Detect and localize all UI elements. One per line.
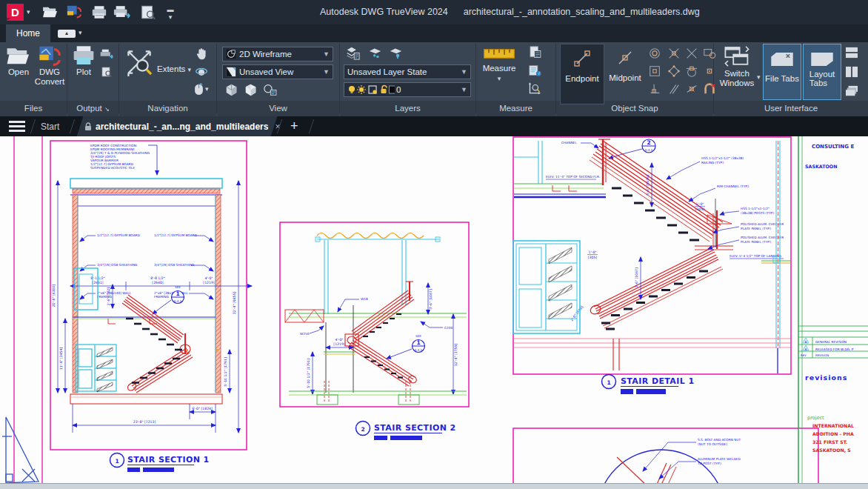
roof-assembly [70, 179, 222, 206]
osnap-intersection-button[interactable] [667, 46, 681, 61]
properties-button[interactable]: i [527, 63, 542, 78]
qat-preview-button[interactable] [139, 4, 157, 19]
sheet-border-lines [14, 136, 42, 484]
autodesk-app-logo[interactable]: D [7, 4, 24, 21]
file-tabs-toggle[interactable]: File Tabs [763, 44, 801, 100]
svg-text:3/4"[19] OSB SHEATHING: 3/4"[19] OSB SHEATHING [154, 263, 194, 267]
batch-plot-button[interactable] [99, 47, 114, 61]
current-layer-dropdown[interactable]: 0▼ [344, 82, 471, 97]
layout-tabs-toggle[interactable]: LayoutTabs [803, 44, 841, 100]
preview-button[interactable] [99, 64, 114, 79]
named-view-dropdown[interactable]: Unsaved View▼ [222, 64, 333, 79]
ground-floor [289, 381, 467, 405]
mouse-settings-button[interactable] [191, 82, 206, 96]
new-tab-button[interactable]: + [290, 117, 298, 136]
viewport-title-1: 1 STAIR SECTION 1 [110, 453, 210, 473]
right-wall [761, 141, 791, 348]
tile-horizontal-button[interactable] [844, 45, 859, 60]
svg-text:4'-0": 4'-0" [205, 276, 213, 280]
preview-icon [140, 5, 156, 19]
osnap-parallel-button[interactable] [667, 82, 681, 96]
orbit-button[interactable] [194, 64, 209, 79]
insertion-snap-icon [648, 64, 661, 78]
osnap-midpoint-button[interactable]: Midpoint [604, 44, 646, 103]
tab-document[interactable]: architectural_-_an...ng_and_multileaders… [84, 116, 280, 136]
svg-text:POLISHED ALUM. CHECKER: POLISHED ALUM. CHECKER [741, 236, 784, 239]
layer-off-button[interactable] [367, 45, 382, 60]
ribbon-display-toggle[interactable]: ▴ [58, 30, 76, 38]
panel-label-ui: User Interface [714, 101, 868, 116]
osnap-toggle-button[interactable] [702, 82, 717, 96]
sun-icon [359, 87, 364, 92]
switch-windows-caret[interactable]: ▾ [757, 73, 761, 81]
osnap-insertion-button[interactable] [647, 64, 662, 79]
osnap-nearest-button[interactable] [684, 82, 699, 96]
node-snap-icon [703, 64, 716, 78]
midpoint-icon [615, 48, 635, 67]
svg-text:ELEV. 11'-4" TOP OF SECOND FLR: ELEV. 11'-4" TOP OF SECOND FLR. [546, 175, 600, 179]
layer-off-icon [368, 47, 382, 59]
tile-vertical-button[interactable] [844, 64, 859, 79]
switch-windows-button[interactable]: SwitchWindows [715, 45, 758, 88]
viewport-stair-section-2: W18 W250 [280, 222, 469, 440]
osnap-apparent-intersection-button[interactable] [684, 46, 699, 61]
svg-text:1/2"[12.7] GYPSUM BOARD: 1/2"[12.7] GYPSUM BOARD [154, 233, 198, 237]
tab-start[interactable]: Start [41, 116, 59, 136]
qat-print-button[interactable] [90, 4, 108, 19]
drawing-canvas[interactable]: EPDM ROOF CONSTRUCTION: EPDM ROOFING MEM… [0, 136, 868, 489]
stair-treads [363, 314, 403, 378]
osnap-center-button[interactable] [647, 46, 662, 61]
upper-floor-left: ELEV. 11'-4" TOP OF SECOND FLR. [514, 141, 606, 197]
quick-properties-button[interactable] [527, 45, 542, 60]
isometric-view-button[interactable] [224, 82, 238, 97]
svg-text:TO POST (TYP.): TO POST (TYP.) [697, 462, 721, 465]
plot-button[interactable]: Plot [70, 45, 98, 77]
measure-button[interactable]: Measure▾ [480, 48, 518, 84]
qat-open-button[interactable] [41, 4, 59, 19]
osnap-perpendicular-button[interactable] [647, 82, 662, 96]
cascade-button[interactable] [844, 84, 859, 99]
panel-label-navigation: Navigation [119, 101, 216, 116]
roof-notes: EPDM ROOF CONSTRUCTION: EPDM ROOFING MEM… [90, 144, 157, 175]
dwg-convert-button[interactable]: DWGConvert [33, 45, 66, 87]
svg-text:B: B [804, 340, 807, 344]
svg-text:ADDITION - PHA: ADDITION - PHA [812, 431, 854, 436]
qat-customize-caret[interactable]: ▬▾ [164, 6, 176, 18]
osnap-tangent-button[interactable] [684, 64, 699, 79]
plot-setup-icon [66, 4, 82, 19]
mouse-settings-caret[interactable]: ▾ [205, 85, 209, 93]
zoom-extents-button[interactable] [123, 48, 156, 76]
ribbon-display-caret[interactable]: ▾ [79, 29, 82, 36]
viewport-stair-section-1: EPDM ROOF CONSTRUCTION: EPDM ROOFING MEM… [50, 141, 252, 472]
qat-batch-plot-button[interactable] [113, 4, 132, 19]
area-measure-button[interactable] [527, 81, 542, 96]
detail-bubble-1: SEE 1 A-4.5 [153, 285, 184, 314]
shaded-cube-button[interactable] [243, 82, 258, 97]
osnap-node-button[interactable] [702, 64, 717, 79]
cabinet-shelf-hatch [549, 247, 572, 319]
visual-style-dropdown[interactable]: 2D Wireframe▼ [222, 47, 333, 61]
svg-text:SUSPENDED ACOUSTIC TILE: SUSPENDED ACOUSTIC TILE [90, 166, 135, 170]
layer-state-dropdown[interactable]: Unsaved Layer State▼ [344, 64, 471, 79]
detail-bubble: 2 A-4.5 [609, 139, 655, 159]
named-views-manager-button[interactable] [262, 82, 277, 97]
ribbon-tab-home[interactable]: Home [6, 24, 50, 42]
app-menu-caret[interactable]: ▾ [27, 8, 30, 16]
right-annotations: HSS 1-1/2"x1-1/2" (38x38) RAILING (TYP.)… [667, 156, 784, 259]
output-flyout-arrow[interactable]: ↘ [104, 106, 110, 113]
pan-hand-icon [196, 47, 208, 61]
pan-button[interactable] [194, 47, 209, 61]
menu-hamburger-button[interactable] [9, 121, 25, 132]
posts [324, 305, 355, 393]
layer-on-button[interactable] [388, 45, 403, 60]
svg-text:11'-4" [3454]: 11'-4" [3454] [59, 347, 63, 370]
open-button[interactable]: Open [4, 45, 33, 77]
ground-slab [70, 349, 222, 404]
osnap-extension-button[interactable] [702, 46, 717, 61]
osnap-endpoint-button[interactable]: Endpoint [560, 44, 604, 104]
apparent-intersection-snap-icon [685, 47, 698, 60]
zoom-mode-dropdown[interactable]: Extents ▾ [157, 64, 191, 73]
layer-properties-button[interactable] [345, 45, 360, 60]
osnap-quadrant-button[interactable] [667, 64, 681, 79]
qat-plot-setup-button[interactable] [65, 4, 83, 20]
